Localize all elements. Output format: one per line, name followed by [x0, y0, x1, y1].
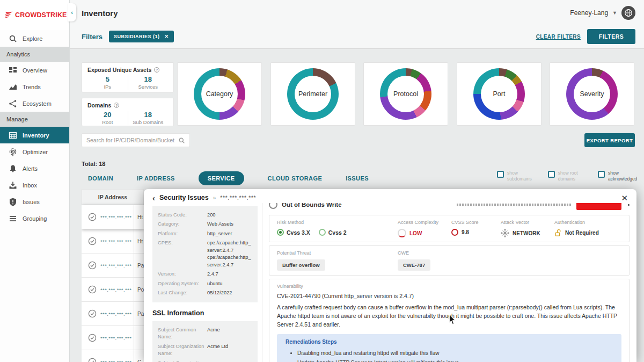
ssl-information-title: SSL Information	[152, 309, 258, 317]
sidebar-item[interactable]: Trends	[0, 78, 69, 95]
security-issues-modal: ‹ Security Issues » ***.***.***.*** ✕ St…	[144, 189, 636, 362]
sidebar-item[interactable]: Overview	[0, 62, 69, 78]
tab[interactable]: IP ADDRESS	[137, 171, 175, 185]
masked-ip: ***.***.***.***	[100, 335, 131, 341]
issue-meta-text	[457, 204, 572, 206]
masked-ip: ***.***.***.***	[100, 238, 131, 244]
ecosystem-icon	[9, 99, 17, 108]
total-count: Total: 18	[82, 161, 105, 167]
services-table: IP Address ***.***.***.*** Ht	[82, 189, 144, 362]
table-body: ***.***.***.*** Ht ***.***.***.*** Ht	[82, 205, 144, 362]
ssl-label: Subject Common Name:	[158, 327, 207, 341]
account-name: Feeney-Lang	[570, 9, 608, 17]
sidebar-item[interactable]: Alerts	[0, 160, 69, 177]
radio-label: Cvss 3.X	[287, 229, 310, 236]
detail-value: http_server	[207, 230, 252, 237]
table-row[interactable]: ***.***.***.*** Ht	[82, 229, 144, 254]
tab[interactable]: ISSUES	[346, 171, 369, 185]
issue-status-circle-icon	[269, 203, 277, 209]
check-circle-icon	[88, 309, 97, 318]
perimeter-donut-chart: Perimeter	[287, 68, 339, 120]
cvss-version-radio[interactable]: Cvss 2	[319, 229, 347, 236]
detail-row: Operating System: ubuntu	[158, 279, 252, 288]
brand-name: CROWDSTRIKE	[15, 11, 67, 19]
detail-row: CPES: cpe:/a:apache:http_server:2.4.7 cp…	[158, 238, 252, 270]
account-menu[interactable]: Feeney-Lang ▼	[570, 6, 635, 20]
sub-domains-label: Sub Domains	[128, 119, 169, 125]
info-icon[interactable]: ?	[114, 103, 119, 108]
subsidiaries-filter-chip[interactable]: SUBSIDIARIES (1) ✕	[109, 31, 174, 42]
export-report-button[interactable]: EXPORT REPORT	[584, 133, 635, 147]
ips-label: IPs	[87, 84, 128, 90]
kebab-menu-icon[interactable]	[628, 204, 630, 206]
sidebar-item-label: Optimizer	[23, 149, 48, 155]
sidebar-item[interactable]: Ecosystem	[0, 95, 69, 112]
service-name-partial: C	[134, 350, 141, 362]
unlock-icon	[554, 229, 562, 237]
remove-filter-icon[interactable]: ✕	[165, 34, 169, 39]
avatar[interactable]	[621, 6, 635, 20]
close-icon[interactable]: ✕	[621, 194, 628, 202]
optimizer-icon	[9, 148, 17, 156]
table-row[interactable]: ***.***.***.***	[82, 326, 144, 350]
search-icon	[9, 34, 17, 43]
sidebar-item-label: Explore	[23, 35, 42, 42]
search-input[interactable]	[86, 137, 178, 143]
ssl-label: Subject Organization Unit:	[158, 360, 207, 362]
detail-value: 200	[207, 212, 252, 219]
checkbox[interactable]	[548, 171, 555, 178]
table-row[interactable]: ***.***.***.*** Para	[82, 302, 144, 326]
tab[interactable]: DOMAIN	[88, 171, 113, 185]
back-icon[interactable]: ‹	[152, 194, 155, 202]
checkbox-label: show acknowledged	[608, 170, 637, 183]
sidebar-item[interactable]: Grouping	[0, 210, 69, 227]
filters-button[interactable]: FILTERS	[587, 29, 635, 44]
detail-value: ubuntu	[207, 280, 252, 287]
checkbox[interactable]	[497, 171, 504, 178]
checkbox[interactable]	[598, 171, 605, 178]
ssl-row: Subject Organization Name: Acme Ltd	[158, 342, 252, 359]
view-option: show acknowledged	[598, 170, 636, 183]
sidebar-item[interactable]: Inbox	[0, 177, 69, 193]
info-icon[interactable]: ?	[154, 67, 159, 73]
ssl-row: Subject Organization Unit: -	[158, 359, 252, 362]
sidebar-item[interactable]: Explore	[0, 30, 69, 47]
table-row[interactable]: ***.***.***.*** Para	[82, 254, 144, 278]
detail-label: Status Code:	[158, 212, 207, 219]
table-row[interactable]: ***.***.***.*** Po	[82, 278, 144, 302]
sidebar-item[interactable]: Optimizer	[0, 143, 69, 160]
alerts-icon	[9, 164, 17, 173]
donut-label: Severity	[566, 68, 618, 120]
masked-ip: ***.***.***.***	[100, 214, 131, 220]
donut-label: Category	[194, 68, 245, 120]
vulnerability-description: A carefully crafted request body can cau…	[277, 303, 621, 329]
falcon-swoosh-icon	[4, 10, 14, 20]
sidebar-nav: Explore Analytics Overview Trends Ecosys…	[0, 30, 69, 227]
detail-label: Operating System:	[158, 280, 207, 287]
filters-label: Filters	[82, 33, 103, 41]
cvss-version-radio[interactable]: Cvss 3.X	[277, 229, 310, 236]
modal-body: Status Code: 200 Category: Web Assets Pl…	[144, 203, 636, 362]
asset-details-panel: Status Code: 200 Category: Web Assets Pl…	[152, 206, 258, 302]
modal-header: ‹ Security Issues » ***.***.***.*** ✕	[144, 189, 636, 203]
detail-row: Status Code: 200	[158, 211, 252, 220]
exposed-assets-card: Exposed Unique Assets ? 5 IPs 18 Service…	[82, 62, 174, 92]
clear-filters-link[interactable]: CLEAR FILTERS	[536, 34, 581, 40]
sidebar-item[interactable]: Inventory	[0, 127, 69, 143]
tab[interactable]: SERVICE	[199, 171, 244, 185]
exposed-assets-title: Exposed Unique Assets	[87, 67, 151, 73]
table-row[interactable]: ***.***.***.*** Ht	[82, 205, 144, 229]
masked-ip: ***.***.***.***	[100, 263, 131, 269]
attack-vector-label: Attack Vector	[501, 220, 554, 225]
sidebar-collapse-button[interactable]: ‹	[68, 3, 76, 21]
sidebar-item[interactable]: Issues	[0, 193, 69, 210]
asset-tabs: DOMAIN IP ADDRESS SERVICE CLOUD STORAGE …	[88, 171, 369, 185]
tab[interactable]: CLOUD STORAGE	[268, 171, 323, 185]
remediation-title: Remediations Steps	[286, 339, 613, 345]
table-row[interactable]: ***.***.***.*** C	[82, 350, 144, 362]
cvss-ring-icon	[451, 229, 458, 236]
inventory-icon	[9, 131, 17, 140]
check-circle-icon	[88, 213, 97, 221]
severity-critical-button[interactable]	[576, 203, 621, 210]
remediation-step: Disabling mod_lua and restarting httpd w…	[297, 349, 613, 358]
